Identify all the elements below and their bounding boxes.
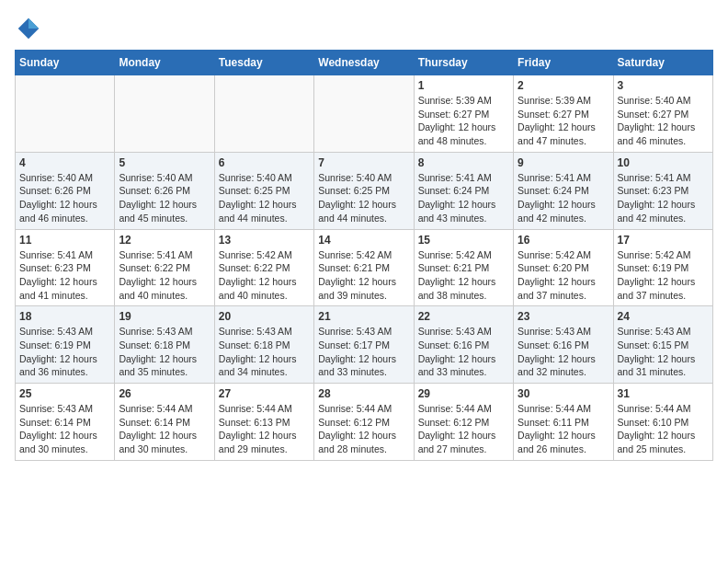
day-info: Sunrise: 5:44 AM Sunset: 6:13 PM Dayligh… bbox=[219, 402, 310, 456]
week-row-3: 11Sunrise: 5:41 AM Sunset: 6:23 PM Dayli… bbox=[16, 229, 713, 306]
calendar-cell: 20Sunrise: 5:43 AM Sunset: 6:18 PM Dayli… bbox=[214, 306, 313, 384]
calendar-cell: 7Sunrise: 5:40 AM Sunset: 6:25 PM Daylig… bbox=[314, 152, 414, 229]
calendar-cell: 6Sunrise: 5:40 AM Sunset: 6:25 PM Daylig… bbox=[214, 152, 313, 229]
calendar-cell bbox=[214, 75, 313, 153]
day-number: 21 bbox=[318, 310, 409, 323]
day-number: 4 bbox=[19, 156, 110, 169]
calendar-cell: 4Sunrise: 5:40 AM Sunset: 6:26 PM Daylig… bbox=[16, 152, 115, 229]
day-info: Sunrise: 5:44 AM Sunset: 6:14 PM Dayligh… bbox=[119, 402, 210, 456]
day-info: Sunrise: 5:44 AM Sunset: 6:11 PM Dayligh… bbox=[518, 402, 609, 456]
day-number: 31 bbox=[618, 387, 709, 400]
week-row-5: 25Sunrise: 5:43 AM Sunset: 6:14 PM Dayli… bbox=[16, 384, 713, 461]
calendar-cell: 29Sunrise: 5:44 AM Sunset: 6:12 PM Dayli… bbox=[414, 384, 513, 461]
day-number: 23 bbox=[518, 310, 609, 323]
logo bbox=[15, 15, 46, 42]
day-number: 25 bbox=[19, 387, 110, 400]
day-number: 15 bbox=[418, 234, 509, 247]
day-number: 28 bbox=[318, 387, 409, 400]
day-info: Sunrise: 5:41 AM Sunset: 6:23 PM Dayligh… bbox=[19, 248, 110, 303]
calendar-cell: 21Sunrise: 5:43 AM Sunset: 6:17 PM Dayli… bbox=[314, 306, 414, 384]
day-info: Sunrise: 5:40 AM Sunset: 6:26 PM Dayligh… bbox=[19, 171, 110, 225]
header bbox=[15, 15, 713, 42]
calendar-cell: 16Sunrise: 5:42 AM Sunset: 6:20 PM Dayli… bbox=[514, 229, 613, 306]
calendar-cell: 17Sunrise: 5:42 AM Sunset: 6:19 PM Dayli… bbox=[613, 229, 712, 306]
calendar-cell: 15Sunrise: 5:42 AM Sunset: 6:21 PM Dayli… bbox=[414, 229, 513, 306]
day-info: Sunrise: 5:39 AM Sunset: 6:27 PM Dayligh… bbox=[518, 94, 609, 148]
day-info: Sunrise: 5:44 AM Sunset: 6:12 PM Dayligh… bbox=[418, 402, 509, 456]
day-number: 12 bbox=[119, 234, 210, 247]
day-header-thursday: Thursday bbox=[414, 51, 513, 75]
day-info: Sunrise: 5:40 AM Sunset: 6:25 PM Dayligh… bbox=[318, 171, 409, 225]
day-number: 5 bbox=[119, 156, 210, 169]
calendar-cell: 2Sunrise: 5:39 AM Sunset: 6:27 PM Daylig… bbox=[514, 75, 613, 153]
calendar-cell: 30Sunrise: 5:44 AM Sunset: 6:11 PM Dayli… bbox=[514, 384, 613, 461]
day-info: Sunrise: 5:43 AM Sunset: 6:16 PM Dayligh… bbox=[418, 325, 509, 379]
day-number: 20 bbox=[219, 310, 310, 323]
calendar-cell: 31Sunrise: 5:44 AM Sunset: 6:10 PM Dayli… bbox=[613, 384, 712, 461]
calendar-cell: 8Sunrise: 5:41 AM Sunset: 6:24 PM Daylig… bbox=[414, 152, 513, 229]
calendar-cell: 14Sunrise: 5:42 AM Sunset: 6:21 PM Dayli… bbox=[314, 229, 414, 306]
day-header-saturday: Saturday bbox=[613, 51, 712, 75]
day-info: Sunrise: 5:39 AM Sunset: 6:27 PM Dayligh… bbox=[418, 94, 509, 148]
day-header-sunday: Sunday bbox=[16, 51, 115, 75]
day-header-monday: Monday bbox=[115, 51, 214, 75]
calendar-table: SundayMondayTuesdayWednesdayThursdayFrid… bbox=[15, 50, 713, 461]
calendar-cell: 5Sunrise: 5:40 AM Sunset: 6:26 PM Daylig… bbox=[115, 152, 214, 229]
day-number: 6 bbox=[219, 156, 310, 169]
week-row-2: 4Sunrise: 5:40 AM Sunset: 6:26 PM Daylig… bbox=[16, 152, 713, 229]
calendar-cell bbox=[16, 75, 115, 153]
day-number: 7 bbox=[318, 156, 409, 169]
logo-icon bbox=[15, 15, 42, 42]
day-number: 3 bbox=[618, 79, 709, 92]
week-row-1: 1Sunrise: 5:39 AM Sunset: 6:27 PM Daylig… bbox=[16, 75, 713, 153]
calendar-cell: 19Sunrise: 5:43 AM Sunset: 6:18 PM Dayli… bbox=[115, 306, 214, 384]
day-info: Sunrise: 5:42 AM Sunset: 6:21 PM Dayligh… bbox=[418, 248, 509, 303]
day-number: 2 bbox=[518, 79, 609, 92]
calendar-cell: 1Sunrise: 5:39 AM Sunset: 6:27 PM Daylig… bbox=[414, 75, 513, 153]
day-number: 9 bbox=[518, 156, 609, 169]
day-number: 27 bbox=[219, 387, 310, 400]
calendar-cell: 10Sunrise: 5:41 AM Sunset: 6:23 PM Dayli… bbox=[613, 152, 712, 229]
day-info: Sunrise: 5:43 AM Sunset: 6:19 PM Dayligh… bbox=[19, 325, 110, 379]
day-number: 11 bbox=[19, 234, 110, 247]
day-info: Sunrise: 5:43 AM Sunset: 6:16 PM Dayligh… bbox=[518, 325, 609, 379]
day-info: Sunrise: 5:41 AM Sunset: 6:24 PM Dayligh… bbox=[418, 171, 509, 225]
calendar-cell: 27Sunrise: 5:44 AM Sunset: 6:13 PM Dayli… bbox=[214, 384, 313, 461]
day-number: 24 bbox=[618, 310, 709, 323]
day-number: 17 bbox=[618, 234, 709, 247]
day-number: 19 bbox=[119, 310, 210, 323]
header-row: SundayMondayTuesdayWednesdayThursdayFrid… bbox=[16, 51, 713, 75]
calendar-cell: 24Sunrise: 5:43 AM Sunset: 6:15 PM Dayli… bbox=[613, 306, 712, 384]
calendar-cell: 23Sunrise: 5:43 AM Sunset: 6:16 PM Dayli… bbox=[514, 306, 613, 384]
day-header-tuesday: Tuesday bbox=[214, 51, 313, 75]
calendar-cell bbox=[115, 75, 214, 153]
day-info: Sunrise: 5:40 AM Sunset: 6:27 PM Dayligh… bbox=[618, 94, 709, 148]
day-info: Sunrise: 5:42 AM Sunset: 6:19 PM Dayligh… bbox=[618, 248, 709, 303]
day-info: Sunrise: 5:43 AM Sunset: 6:14 PM Dayligh… bbox=[19, 402, 110, 456]
day-number: 10 bbox=[618, 156, 709, 169]
day-number: 8 bbox=[418, 156, 509, 169]
day-info: Sunrise: 5:40 AM Sunset: 6:25 PM Dayligh… bbox=[219, 171, 310, 225]
day-number: 30 bbox=[518, 387, 609, 400]
day-info: Sunrise: 5:42 AM Sunset: 6:22 PM Dayligh… bbox=[219, 248, 310, 303]
day-info: Sunrise: 5:43 AM Sunset: 6:17 PM Dayligh… bbox=[318, 325, 409, 379]
day-info: Sunrise: 5:44 AM Sunset: 6:10 PM Dayligh… bbox=[618, 402, 709, 456]
day-info: Sunrise: 5:43 AM Sunset: 6:18 PM Dayligh… bbox=[219, 325, 310, 379]
calendar-cell: 3Sunrise: 5:40 AM Sunset: 6:27 PM Daylig… bbox=[613, 75, 712, 153]
calendar-cell: 18Sunrise: 5:43 AM Sunset: 6:19 PM Dayli… bbox=[16, 306, 115, 384]
calendar-cell bbox=[314, 75, 414, 153]
calendar-cell: 26Sunrise: 5:44 AM Sunset: 6:14 PM Dayli… bbox=[115, 384, 214, 461]
day-info: Sunrise: 5:42 AM Sunset: 6:21 PM Dayligh… bbox=[318, 248, 409, 303]
day-number: 22 bbox=[418, 310, 509, 323]
calendar-cell: 28Sunrise: 5:44 AM Sunset: 6:12 PM Dayli… bbox=[314, 384, 414, 461]
day-header-friday: Friday bbox=[514, 51, 613, 75]
day-info: Sunrise: 5:41 AM Sunset: 6:23 PM Dayligh… bbox=[618, 171, 709, 225]
day-number: 14 bbox=[318, 234, 409, 247]
week-row-4: 18Sunrise: 5:43 AM Sunset: 6:19 PM Dayli… bbox=[16, 306, 713, 384]
day-number: 13 bbox=[219, 234, 310, 247]
calendar-cell: 12Sunrise: 5:41 AM Sunset: 6:22 PM Dayli… bbox=[115, 229, 214, 306]
day-info: Sunrise: 5:44 AM Sunset: 6:12 PM Dayligh… bbox=[318, 402, 409, 456]
calendar-cell: 25Sunrise: 5:43 AM Sunset: 6:14 PM Dayli… bbox=[16, 384, 115, 461]
day-info: Sunrise: 5:40 AM Sunset: 6:26 PM Dayligh… bbox=[119, 171, 210, 225]
calendar-cell: 13Sunrise: 5:42 AM Sunset: 6:22 PM Dayli… bbox=[214, 229, 313, 306]
